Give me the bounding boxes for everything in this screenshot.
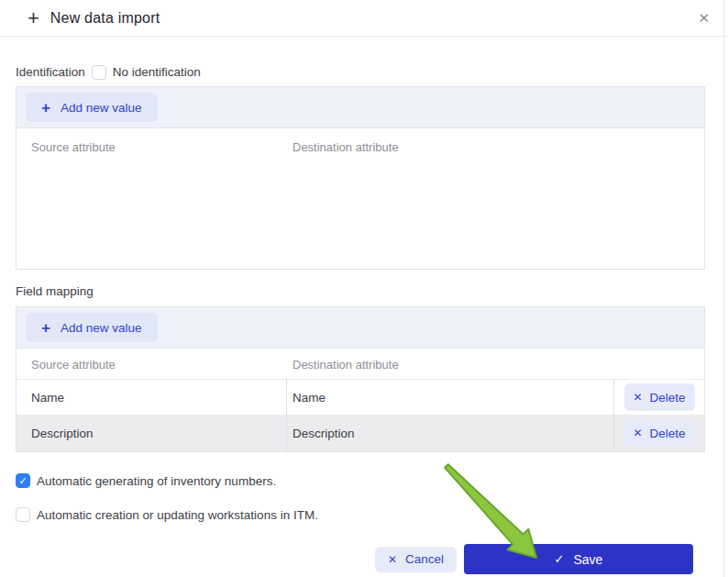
identification-row: Identification ✓ No identification: [16, 64, 705, 80]
option-label: Automatic creation or updating workstati…: [37, 508, 318, 522]
action-header: [613, 358, 704, 379]
field-mapping-label: Field mapping: [16, 284, 705, 300]
option-checkbox-0[interactable]: ✓: [16, 473, 30, 488]
cancel-button[interactable]: ✕ Cancel: [375, 547, 457, 572]
option-label: Automatic generating of inventory number…: [37, 474, 276, 488]
destination-attribute-header: Destination attribute: [286, 358, 613, 379]
source-cell: Name: [17, 380, 286, 415]
no-identification-checkbox[interactable]: ✓: [92, 65, 106, 80]
save-button-label: Save: [573, 552, 602, 567]
source-cell: Description: [17, 415, 286, 451]
no-identification-label: No identification: [113, 65, 201, 79]
field-mapping-table: + Add new value Source attribute Destina…: [16, 306, 705, 452]
option-row: ✓ Automatic creation or updating worksta…: [16, 506, 705, 523]
new-data-import-dialog: + New data import ✕ Identification ✓ No …: [0, 0, 728, 577]
table-row: Name Name ✕ Delete: [17, 379, 704, 415]
source-attribute-header: Source attribute: [17, 358, 286, 379]
delete-button[interactable]: ✕ Delete: [624, 419, 695, 447]
field-mapping-add-new-value-button[interactable]: + Add new value: [26, 313, 158, 342]
dialog-header: + New data import ✕: [0, 0, 728, 37]
option-checkbox-1[interactable]: ✓: [16, 507, 30, 522]
table-row: Description Description ✕ Delete: [17, 415, 704, 451]
add-button-label: Add new value: [61, 321, 142, 335]
cancel-button-label: Cancel: [405, 552, 444, 566]
checkmark-icon: ✓: [18, 476, 27, 486]
field-mapping-table-header: Source attribute Destination attribute: [17, 349, 704, 379]
close-icon[interactable]: ✕: [698, 11, 710, 25]
x-icon: ✕: [633, 427, 642, 439]
delete-button-label: Delete: [650, 427, 686, 440]
action-cell: ✕ Delete: [613, 415, 704, 451]
identification-table: + Add new value Source attribute Destina…: [16, 86, 705, 270]
destination-attribute-header: Destination attribute: [286, 140, 704, 163]
delete-button-label: Delete: [650, 391, 686, 405]
dialog-footer: ✕ Cancel ✓ Save: [16, 544, 705, 574]
destination-cell: Description: [286, 415, 613, 451]
plus-icon: +: [41, 100, 50, 116]
identification-toolbar: + Add new value: [17, 87, 704, 128]
x-icon: ✕: [633, 391, 642, 404]
dialog-title: New data import: [50, 10, 160, 27]
plus-icon: +: [28, 8, 39, 28]
identification-table-empty-body: [17, 163, 704, 269]
add-button-label: Add new value: [61, 101, 142, 115]
dialog-right-border: [723, 0, 724, 577]
destination-cell: Name: [286, 380, 613, 415]
option-row: ✓ Automatic generating of inventory numb…: [16, 472, 705, 489]
identification-label: Identification: [16, 65, 85, 79]
x-icon: ✕: [388, 553, 397, 566]
field-mapping-toolbar: + Add new value: [17, 307, 704, 349]
checkmark-icon: ✓: [555, 552, 565, 566]
source-attribute-header: Source attribute: [17, 140, 286, 163]
identification-add-new-value-button[interactable]: + Add new value: [26, 93, 158, 122]
plus-icon: +: [41, 320, 50, 336]
delete-button[interactable]: ✕ Delete: [624, 383, 695, 411]
dialog-body: Identification ✓ No identification + Add…: [0, 64, 728, 574]
action-cell: ✕ Delete: [613, 380, 704, 415]
save-button[interactable]: ✓ Save: [464, 544, 693, 574]
identification-table-header: Source attribute Destination attribute: [17, 128, 704, 163]
